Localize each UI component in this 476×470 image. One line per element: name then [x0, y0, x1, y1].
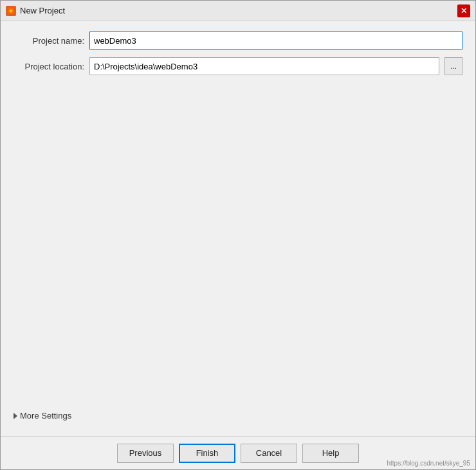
project-location-input[interactable] [89, 57, 439, 75]
project-location-label: Project location: [14, 62, 84, 71]
more-settings-section[interactable]: More Settings [14, 406, 462, 426]
more-settings-arrow-icon [14, 413, 17, 419]
project-name-row: Project name: [14, 32, 462, 50]
cancel-button[interactable]: Cancel [241, 444, 297, 463]
title-bar: New Project ✕ [1, 1, 475, 21]
title-bar-left: New Project [6, 6, 65, 16]
dialog-content: Project name: Project location: ... More… [1, 21, 475, 436]
content-spacer [14, 83, 462, 398]
project-name-label: Project name: [14, 36, 84, 46]
close-button[interactable]: ✕ [457, 5, 470, 17]
previous-button[interactable]: Previous [117, 444, 174, 463]
project-location-row: Project location: ... [14, 57, 462, 75]
app-icon [6, 6, 16, 16]
more-settings-label: More Settings [20, 411, 71, 420]
project-name-input[interactable] [89, 32, 462, 50]
dialog-window: New Project ✕ Project name: Project loca… [0, 0, 476, 470]
dialog-title: New Project [20, 6, 65, 15]
help-button[interactable]: Help [302, 444, 359, 463]
finish-button[interactable]: Finish [179, 444, 235, 463]
browse-button[interactable]: ... [444, 57, 462, 75]
bottom-bar: Previous Finish Cancel Help [1, 436, 475, 469]
